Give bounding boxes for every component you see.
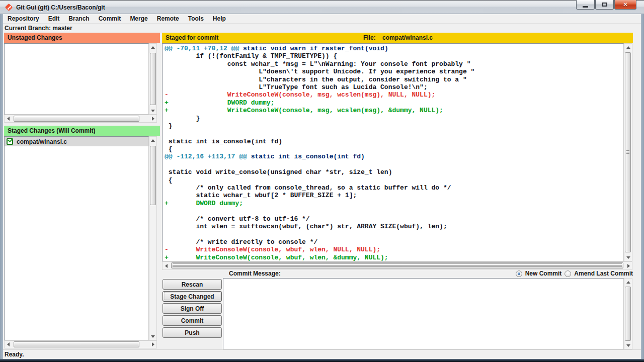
scroll-right-icon[interactable] (149, 115, 156, 122)
diff-line: @@ -70,11 +70,12 @@ static void warn_if_… (165, 45, 622, 52)
menu-merge[interactable]: Merge (125, 14, 152, 24)
push-button[interactable]: Push (163, 327, 222, 338)
commit-message-box (223, 278, 624, 349)
scroll-left-icon[interactable] (5, 341, 12, 348)
diff-line: /* convert utf-8 to utf-16 */ (165, 215, 622, 223)
staged-file-list[interactable]: compat/winansi.c (4, 136, 149, 340)
minimize-button[interactable] (576, 0, 595, 10)
diff-line: + WriteConsoleW(console, wbuf, wlen, &du… (165, 254, 622, 261)
new-commit-radio[interactable] (516, 270, 522, 277)
diff-viewer[interactable]: @@ -70,11 +70,12 @@ static void warn_if_… (162, 43, 624, 261)
stage-changed-button[interactable]: Stage Changed (163, 291, 222, 302)
diff-header-title: Staged for commit (166, 34, 218, 41)
close-button[interactable]: ✕ (614, 0, 636, 10)
diff-line (165, 230, 622, 238)
diff-line: + WriteConsoleW(console, msg, wcslen(msg… (165, 107, 622, 114)
diff-line: if (!(fontFamily & TMPF_TRUETYPE)) { (165, 52, 622, 60)
diff-line: } (165, 115, 622, 122)
staged-file-name: compat/winansi.c (17, 138, 67, 145)
scroll-left-icon[interactable] (163, 262, 170, 269)
current-branch-bar: Current Branch: master (3, 24, 641, 33)
diff-line: /* only called from console_thread, so a… (165, 184, 622, 192)
commit-button[interactable]: Commit (163, 315, 222, 326)
diff-line: static wchar_t wbuf[2 * BUFFER_SIZE + 1]… (165, 192, 622, 199)
diff-vertical-scrollbar[interactable] (624, 43, 632, 261)
maximize-button[interactable] (595, 0, 614, 10)
status-bar: Ready. (3, 349, 641, 359)
unstaged-vertical-scrollbar[interactable] (149, 43, 157, 115)
menu-branch[interactable]: Branch (64, 14, 94, 24)
commit-message-label: Commit Message: (229, 270, 281, 277)
scroll-down-icon[interactable] (625, 342, 632, 349)
amend-last-commit-radio-label: Amend Last Commit (574, 270, 633, 277)
diff-line: + DWORD dummy; (165, 200, 622, 207)
scroll-right-icon[interactable] (149, 341, 156, 348)
git-gui-window: Git Gui (git) C:/Users/Bacon/git ✕ Repos… (0, 0, 644, 362)
diff-line: static int is_console(int fd) (165, 138, 622, 145)
menu-remote[interactable]: Remote (152, 14, 184, 24)
scroll-down-icon[interactable] (149, 107, 156, 114)
diff-content: @@ -70,11 +70,12 @@ static void warn_if_… (165, 45, 622, 261)
menu-tools[interactable]: Tools (184, 14, 208, 24)
git-logo-icon (5, 4, 13, 12)
close-icon: ✕ (623, 1, 628, 8)
diff-line: @@ -112,16 +113,17 @@ static int is_cons… (165, 153, 622, 160)
action-button-column: Rescan Stage Changed Sign Off Commit Pus… (163, 279, 222, 338)
diff-line (165, 161, 622, 168)
diff-line: L"doesn\'t support Unicode. If you exper… (165, 68, 622, 75)
menu-edit[interactable]: Edit (44, 14, 64, 24)
menu-repository[interactable]: Repository (3, 14, 44, 24)
new-commit-radio-label: New Commit (525, 270, 562, 277)
menu-help[interactable]: Help (208, 14, 230, 24)
commit-message-input[interactable] (223, 279, 623, 349)
diff-line: L"TrueType font such as Lucida Console!\… (165, 83, 622, 91)
diff-line: - WriteConsoleW(console, wbuf, wlen, NUL… (165, 246, 622, 253)
diff-line: static void write_console(unsigned char … (165, 168, 622, 176)
minimize-icon (583, 6, 588, 8)
diff-line: } (165, 122, 622, 130)
diff-file-label: File: (363, 33, 376, 43)
diff-line: { (165, 176, 622, 184)
unstaged-horizontal-scrollbar[interactable] (4, 115, 157, 123)
scroll-down-icon[interactable] (149, 333, 156, 340)
diff-line: int wlen = xutftowcsn(wbuf, (char*) str,… (165, 223, 622, 230)
scroll-right-icon[interactable] (625, 262, 632, 269)
titlebar[interactable]: Git Gui (git) C:/Users/Bacon/git (0, 0, 644, 14)
diff-line (165, 207, 622, 215)
scroll-up-icon[interactable] (625, 44, 632, 51)
staged-changes-header: Staged Changes (Will Commit) (4, 126, 160, 136)
diff-horizontal-scrollbar[interactable] (162, 261, 632, 270)
scroll-down-icon[interactable] (625, 254, 632, 261)
commit-type-radios: New Commit Amend Last Commit (478, 270, 633, 277)
staged-file-row[interactable]: compat/winansi.c (5, 137, 148, 146)
diff-line: /* write directly to console */ (165, 238, 622, 246)
staged-vertical-scrollbar[interactable] (149, 136, 157, 340)
diff-file-name: compat/winansi.c (382, 33, 433, 43)
amend-last-commit-radio[interactable] (565, 270, 571, 277)
diff-line: const wchar_t *msg = L"\nWarning: Your c… (165, 60, 622, 68)
staged-horizontal-scrollbar[interactable] (4, 340, 157, 348)
scroll-up-icon[interactable] (149, 137, 156, 144)
menu-bar: Repository Edit Branch Commit Merge Remo… (3, 14, 641, 24)
diff-line: L"characters in the output, consider swi… (165, 76, 622, 83)
commit-message-scrollbar[interactable] (624, 278, 632, 349)
window-controls: ✕ (576, 0, 636, 10)
diff-line: - WriteConsoleW(console, msg, wcslen(msg… (165, 91, 622, 99)
diff-line: + DWORD dummy; (165, 99, 622, 107)
unstaged-file-list[interactable] (4, 43, 149, 115)
scroll-up-icon[interactable] (149, 44, 156, 51)
sign-off-button[interactable]: Sign Off (163, 303, 222, 314)
scroll-up-icon[interactable] (625, 279, 632, 286)
rescan-button[interactable]: Rescan (163, 279, 222, 290)
scroll-left-icon[interactable] (5, 115, 12, 122)
menu-commit[interactable]: Commit (94, 14, 126, 24)
unstaged-changes-header: Unstaged Changes (4, 33, 160, 43)
window-title: Git Gui (git) C:/Users/Bacon/git (16, 4, 105, 11)
diff-header: Staged for commit File: compat/winansi.c (162, 33, 633, 43)
staged-checkbox-icon[interactable] (7, 138, 13, 145)
maximize-icon (602, 3, 607, 7)
diff-line: { (165, 145, 622, 153)
diff-line (165, 130, 622, 137)
window-bottom-edge (0, 359, 644, 362)
